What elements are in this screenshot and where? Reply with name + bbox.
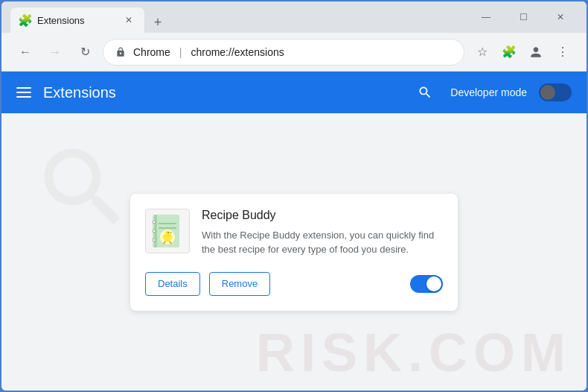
- extensions-header: Extensions Developer mode: [1, 72, 587, 113]
- watermark-search-icon: [31, 136, 135, 243]
- browser-window: 🧩 Extensions ✕ + — ☐ ✕ ← → ↻ Chrome | ch…: [0, 0, 588, 392]
- remove-button[interactable]: Remove: [209, 272, 270, 296]
- tab-title: Extensions: [37, 15, 116, 26]
- new-tab-button[interactable]: +: [147, 12, 168, 33]
- hamburger-menu-button[interactable]: [16, 87, 31, 98]
- nav-actions: ☆ 🧩 ⋮: [470, 40, 575, 64]
- svg-point-8: [153, 221, 156, 224]
- developer-mode-toggle[interactable]: [539, 83, 572, 101]
- address-site: Chrome: [133, 46, 170, 58]
- bookmark-button[interactable]: ☆: [470, 40, 494, 64]
- forward-button[interactable]: →: [43, 40, 67, 64]
- extension-details: Recipe Buddy With the Recipe Buddy exten…: [202, 209, 443, 257]
- svg-point-10: [153, 238, 156, 241]
- main-content: RISK.COM: [1, 113, 587, 391]
- window-controls: — ☐ ✕: [469, 5, 578, 29]
- toggle-knob: [540, 85, 555, 100]
- close-button[interactable]: ✕: [543, 5, 578, 29]
- extensions-title: Extensions: [43, 84, 400, 101]
- reload-button[interactable]: ↻: [73, 40, 97, 64]
- address-separator: |: [179, 46, 182, 58]
- maximize-button[interactable]: ☐: [506, 5, 540, 29]
- developer-mode-label: Developer mode: [450, 86, 527, 98]
- lock-icon: [115, 46, 127, 58]
- tab-favicon: 🧩: [19, 14, 31, 26]
- menu-button[interactable]: ⋮: [551, 40, 575, 64]
- svg-point-7: [167, 232, 169, 233]
- svg-point-9: [153, 230, 156, 233]
- extension-toggle-knob: [426, 276, 441, 291]
- extension-actions: Details Remove: [145, 272, 443, 296]
- extension-info: Recipe Buddy With the Recipe Buddy exten…: [145, 209, 443, 257]
- address-url: chrome://extensions: [191, 46, 284, 58]
- back-button[interactable]: ←: [13, 40, 37, 64]
- address-bar[interactable]: Chrome | chrome://extensions: [103, 39, 464, 66]
- nav-bar: ← → ↻ Chrome | chrome://extensions ☆ 🧩 ⋮: [1, 33, 587, 72]
- extension-toggle[interactable]: [410, 275, 443, 293]
- title-bar: 🧩 Extensions ✕ + — ☐ ✕: [1, 1, 587, 33]
- extensions-button[interactable]: 🧩: [497, 40, 521, 64]
- profile-button[interactable]: [524, 40, 548, 64]
- extension-card: Recipe Buddy With the Recipe Buddy exten…: [130, 194, 458, 311]
- tab-close-button[interactable]: ✕: [122, 13, 135, 27]
- tab-area: 🧩 Extensions ✕ +: [10, 1, 463, 33]
- minimize-button[interactable]: —: [469, 5, 503, 29]
- extension-description: With the Recipe Buddy extension, you can…: [202, 228, 443, 257]
- search-button[interactable]: [412, 79, 438, 106]
- active-tab[interactable]: 🧩 Extensions ✕: [10, 7, 144, 33]
- watermark-text: RISK.COM: [256, 322, 572, 383]
- extension-name: Recipe Buddy: [202, 209, 443, 222]
- extension-icon: [145, 209, 190, 253]
- details-button[interactable]: Details: [145, 272, 200, 296]
